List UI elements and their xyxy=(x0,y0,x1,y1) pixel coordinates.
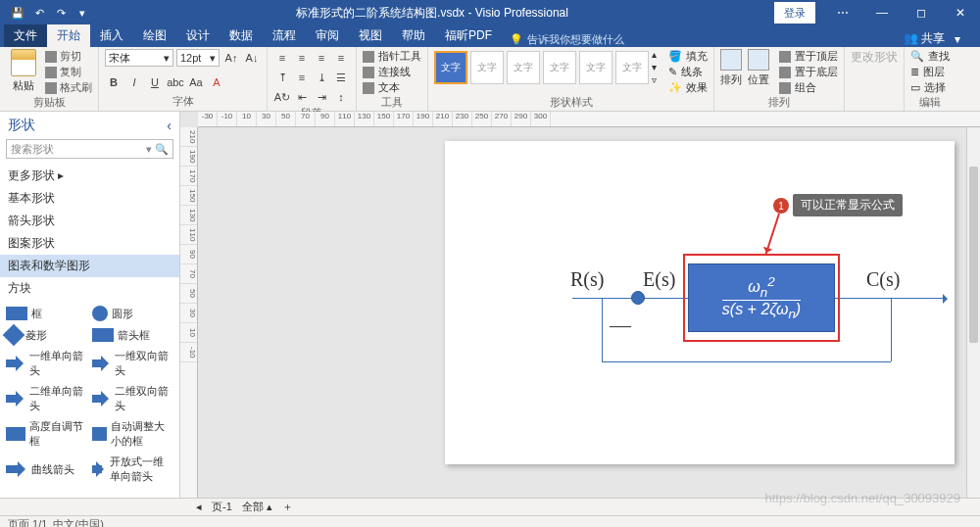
shape-curve[interactable]: 曲线箭头 xyxy=(6,455,88,484)
help-icon[interactable]: ▾ xyxy=(955,32,960,46)
summing-junction[interactable] xyxy=(631,291,645,305)
transfer-function-block[interactable]: ωn2 s(s + 2ζωn) xyxy=(688,264,835,332)
style-swatch[interactable]: 文字 xyxy=(543,51,576,84)
scrollbar-vertical[interactable] xyxy=(966,127,980,498)
group-shapes-button[interactable]: 组合 xyxy=(779,80,838,95)
send-back-button[interactable]: 置于底层 xyxy=(779,65,838,79)
line-button[interactable]: ✎ 线条 xyxy=(668,65,708,79)
style-swatch[interactable]: 文字 xyxy=(470,51,504,84)
tab-insert[interactable]: 插入 xyxy=(90,24,133,47)
indent-inc-button[interactable]: ⇥ xyxy=(313,88,330,106)
find-button[interactable]: 🔍 查找 xyxy=(910,49,950,64)
tell-me[interactable]: 💡 告诉我你想要做什么 xyxy=(510,32,624,47)
change-shape-button[interactable]: 更改形状 xyxy=(851,49,898,66)
shrink-font-button[interactable]: A↓ xyxy=(243,49,261,67)
paste-button[interactable]: 粘贴 xyxy=(6,49,41,93)
align-right-button[interactable]: ≡ xyxy=(313,49,330,67)
cat-pattern[interactable]: 图案形状 xyxy=(0,232,179,255)
indent-dec-button[interactable]: ⇤ xyxy=(293,88,311,106)
layers-button[interactable]: ≣ 图层 xyxy=(910,65,950,79)
scroll-thumb[interactable] xyxy=(969,167,978,343)
cat-arrow[interactable]: 箭头形状 xyxy=(0,210,179,232)
align-left-button[interactable]: ≡ xyxy=(273,49,291,67)
align-justify-button[interactable]: ≡ xyxy=(332,49,350,67)
style-gallery[interactable]: 文字 文字 文字 文字 文字 文字 ▴ ▾ ▿ xyxy=(434,49,657,85)
shape-autosize[interactable]: 自动调整大小的框 xyxy=(92,419,174,449)
shape-arrow2db[interactable]: 二维双向箭头 xyxy=(92,384,174,413)
tab-process[interactable]: 流程 xyxy=(263,24,306,47)
shape-diamond[interactable]: 菱形 xyxy=(6,327,88,343)
share-button[interactable]: 👥 共享 xyxy=(904,30,945,47)
tab-review[interactable]: 审阅 xyxy=(306,24,349,47)
page-tab-1[interactable]: 页-1 xyxy=(212,500,232,514)
tab-view[interactable]: 视图 xyxy=(349,24,392,47)
status-language[interactable]: 中文(中国) xyxy=(53,517,103,527)
tab-file[interactable]: 文件 xyxy=(4,24,47,47)
case-button[interactable]: Aa xyxy=(187,73,205,91)
line-spacing-button[interactable]: ↕ xyxy=(332,88,350,106)
bold-button[interactable]: B xyxy=(105,73,122,91)
cat-more[interactable]: 更多形状 ▸ xyxy=(0,165,179,187)
valign-mid-button[interactable]: ≡ xyxy=(293,69,311,86)
close-button[interactable]: ✕ xyxy=(941,0,980,25)
align-center-button[interactable]: ≡ xyxy=(293,49,311,67)
shape-autoheight[interactable]: 高度自调节框 xyxy=(6,419,88,449)
position-button[interactable]: 位置 xyxy=(748,49,769,87)
panel-close-icon[interactable]: ‹ xyxy=(167,118,172,133)
shape-circle[interactable]: 圆形 xyxy=(92,306,174,321)
pointer-tool-button[interactable]: 指针工具 xyxy=(363,49,421,64)
format-painter-button[interactable]: 格式刷 xyxy=(45,80,92,95)
arrange-button[interactable]: 排列 xyxy=(720,49,742,87)
fill-button[interactable]: 🪣 填充 xyxy=(668,49,708,64)
gallery-down-icon[interactable]: ▾ xyxy=(652,62,657,72)
shape-open1d[interactable]: 开放式一维单向箭头 xyxy=(92,455,174,484)
select-button[interactable]: ▭ 选择 xyxy=(910,80,950,95)
valign-top-button[interactable]: ⤒ xyxy=(273,69,291,86)
italic-button[interactable]: I xyxy=(125,73,143,91)
gallery-up-icon[interactable]: ▴ xyxy=(652,49,657,60)
rotate-text-button[interactable]: A↻ xyxy=(273,88,291,106)
cat-chart-math[interactable]: 图表和数学图形 xyxy=(0,255,179,277)
text-tool-button[interactable]: 文本 xyxy=(363,80,421,95)
gallery-more-icon[interactable]: ▿ xyxy=(652,74,657,85)
underline-button[interactable]: U xyxy=(146,73,164,91)
maximize-button[interactable]: ◻ xyxy=(902,0,941,25)
qa-dropdown-icon[interactable]: ▾ xyxy=(74,5,90,21)
tab-design[interactable]: 设计 xyxy=(176,24,220,47)
shape-arrow1db[interactable]: 一维双向箭头 xyxy=(92,349,174,378)
style-swatch[interactable]: 文字 xyxy=(579,51,612,84)
tab-home[interactable]: 开始 xyxy=(47,24,90,47)
login-button[interactable]: 登录 xyxy=(774,2,815,24)
shape-arrow1d[interactable]: 一维单向箭头 xyxy=(6,349,88,378)
strike-button[interactable]: abc xyxy=(167,73,184,91)
grow-font-button[interactable]: A↑ xyxy=(222,49,240,67)
font-size-select[interactable]: 12pt▾ xyxy=(176,49,220,67)
ribbon-options-icon[interactable]: ⋯ xyxy=(823,0,862,25)
bring-front-button[interactable]: 置于顶层 xyxy=(779,49,838,64)
style-swatch[interactable]: 文字 xyxy=(615,51,649,84)
bullets-button[interactable]: ☰ xyxy=(332,69,350,86)
shape-rect[interactable]: 框 xyxy=(6,306,88,321)
cat-block[interactable]: 方块 xyxy=(0,277,179,300)
tab-nav-prev[interactable]: ◂ xyxy=(196,501,202,513)
valign-bot-button[interactable]: ⤓ xyxy=(313,69,330,86)
save-icon[interactable]: 💾 xyxy=(10,5,25,21)
undo-icon[interactable]: ↶ xyxy=(31,5,47,21)
style-swatch[interactable]: 文字 xyxy=(434,51,467,84)
font-name-select[interactable]: 宋体▾ xyxy=(105,49,173,67)
effect-button[interactable]: ✨ 效果 xyxy=(668,80,708,95)
tab-help[interactable]: 帮助 xyxy=(392,24,435,47)
cut-button[interactable]: 剪切 xyxy=(45,49,92,64)
tab-data[interactable]: 数据 xyxy=(220,24,263,47)
cat-basic[interactable]: 基本形状 xyxy=(0,187,179,210)
canvas[interactable]: -30-101030507090110130150170190210230250… xyxy=(180,112,980,498)
redo-icon[interactable]: ↷ xyxy=(53,5,69,21)
connector-tool-button[interactable]: 连接线 xyxy=(363,65,421,79)
copy-button[interactable]: 复制 xyxy=(45,65,92,79)
style-swatch[interactable]: 文字 xyxy=(507,51,540,84)
font-color-button[interactable]: A xyxy=(208,73,225,91)
add-page-button[interactable]: ＋ xyxy=(282,500,293,514)
tab-foxit[interactable]: 福昕PDF xyxy=(435,24,502,47)
minimize-button[interactable]: — xyxy=(862,0,902,25)
page-tab-all[interactable]: 全部 ▴ xyxy=(242,500,272,514)
